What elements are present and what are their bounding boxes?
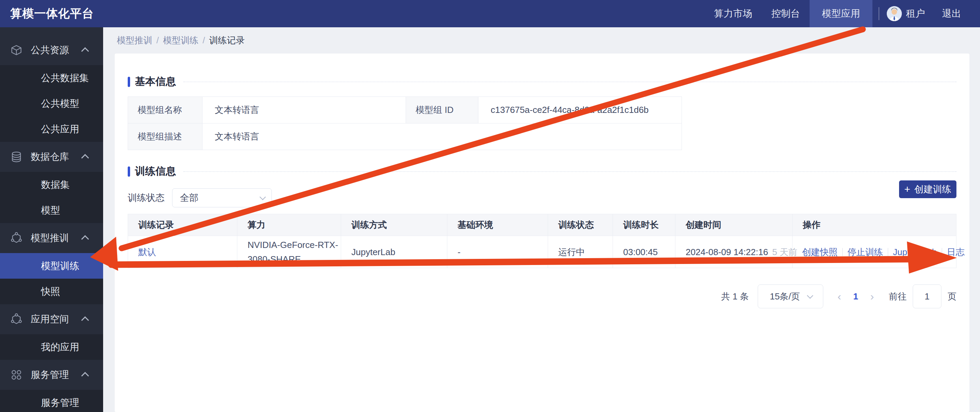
stop-training-link[interactable]: 停止训练: [848, 247, 883, 257]
section-rule: [183, 81, 956, 82]
page: 算模一体化平台 算力市场 控制台 模型应用 租户 退出: [0, 0, 980, 412]
training-status-select[interactable]: 全部: [172, 188, 272, 208]
sidebar-group-label: 数据仓库: [31, 151, 69, 163]
box-icon: [10, 44, 22, 56]
sidebar-group-public-resources[interactable]: 公共资源: [0, 35, 103, 65]
user-avatar-icon[interactable]: [887, 6, 902, 21]
submenu-data-warehouse: 数据集 模型: [0, 172, 103, 223]
section-title-text: 训练信息: [135, 165, 176, 178]
chevron-up-icon: [81, 48, 89, 55]
chevron-down-icon: [807, 292, 813, 298]
next-page-button[interactable]: ›: [864, 290, 881, 303]
table-row: 模型组描述 文本转语言: [128, 124, 682, 150]
total-count: 共 1 条: [721, 291, 749, 303]
chevron-up-icon: [81, 235, 89, 243]
plus-icon: +: [904, 184, 910, 194]
sidebar: 公共资源 公共数据集 公共模型 公共应用 数据仓库 数据集: [0, 27, 103, 412]
sidebar-item-snapshots[interactable]: 快照: [0, 279, 103, 304]
status-cell: 运行中: [548, 236, 613, 268]
breadcrumb-current: 训练记录: [209, 35, 245, 46]
sidebar-item-datasets[interactable]: 数据集: [0, 172, 103, 198]
sidebar-group-model-training[interactable]: 模型推训: [0, 223, 103, 253]
jupyterlab-link[interactable]: JupyterLab: [893, 247, 937, 257]
top-nav: 算力市场 控制台 模型应用 租户 退出: [705, 0, 980, 27]
table-header-row: 训练记录 算力 训练方式 基础环境 训练状态 训练时长 创建时间 操作: [128, 214, 956, 236]
logs-link[interactable]: 日志: [947, 247, 965, 257]
prev-page-button[interactable]: ‹: [831, 290, 848, 303]
sidebar-group-label: 模型推训: [31, 231, 69, 244]
sidebar-group-data-warehouse[interactable]: 数据仓库: [0, 142, 103, 172]
field-label: 模型组名称: [128, 97, 202, 124]
chevron-up-icon: [81, 372, 89, 380]
submenu-service-mgmt: 服务管理: [0, 390, 103, 412]
breadcrumb-separator: /: [202, 35, 205, 46]
create-snapshot-link[interactable]: 创建快照: [802, 247, 838, 257]
sidebar-item-public-models[interactable]: 公共模型: [0, 91, 103, 116]
top-bar: 算模一体化平台 算力市场 控制台 模型应用 租户 退出: [0, 0, 980, 27]
sidebar-item-public-apps[interactable]: 公共应用: [0, 116, 103, 142]
submenu-app-space: 我的应用: [0, 334, 103, 360]
divider: [942, 248, 942, 256]
current-page[interactable]: 1: [848, 291, 864, 302]
goto-label: 前往: [889, 291, 907, 303]
field-label: 模型组描述: [128, 124, 202, 150]
sidebar-group-app-space[interactable]: 应用空间: [0, 304, 103, 334]
create-training-button[interactable]: + 创建训练: [899, 181, 956, 198]
divider: [878, 7, 879, 20]
basic-info-table: 模型组名称 文本转语言 模型组 ID c137675a-ce2f-44ca-8d…: [128, 97, 682, 150]
model-group-name-value: 文本转语言: [202, 97, 406, 124]
submenu-model-training: 模型训练 快照: [0, 253, 103, 304]
breadcrumb-item[interactable]: 模型训练: [163, 35, 198, 46]
nav-compute-market[interactable]: 算力市场: [705, 0, 762, 27]
created-time: 2024-08-09 14:22:16: [686, 247, 768, 257]
page-size-value: 15条/页: [770, 291, 800, 303]
molecule-icon: [10, 313, 22, 325]
col-method: 训练方式: [341, 214, 447, 236]
section-rule: [183, 171, 956, 172]
method-cell: JupyterLab: [341, 236, 447, 268]
create-training-label: 创建训练: [915, 183, 951, 195]
logout-button[interactable]: 退出: [942, 7, 961, 20]
divider: [842, 248, 843, 256]
goto-page-input[interactable]: [913, 284, 942, 308]
content-area: 模型推训 / 模型训练 / 训练记录 基本信息 模型组名称 文本转语言: [103, 27, 980, 412]
created-ago: 5 天前: [772, 247, 797, 257]
table-row: 默认 NVIDIA-GeForce-RTX-3080-SHARE Jupyter…: [128, 236, 956, 268]
col-record: 训练记录: [128, 214, 237, 236]
page-unit-label: 页: [948, 291, 956, 303]
sidebar-group-service-mgmt[interactable]: 服务管理: [0, 360, 103, 390]
sidebar-group-label: 应用空间: [31, 313, 69, 326]
environment-cell: -: [447, 236, 548, 268]
sidebar-item-my-apps[interactable]: 我的应用: [0, 334, 103, 360]
actions-cell: 创建快照停止训练JupyterLab日志: [792, 236, 956, 268]
detail-card: 基本信息 模型组名称 文本转语言 模型组 ID c137675a-ce2f-44…: [115, 54, 969, 412]
nav-model-apps[interactable]: 模型应用: [810, 0, 872, 27]
sidebar-item-model-training[interactable]: 模型训练: [0, 253, 103, 279]
chevron-up-icon: [81, 154, 89, 162]
molecule-icon: [10, 232, 22, 244]
training-status-label: 训练状态: [128, 192, 165, 204]
record-link[interactable]: 默认: [138, 247, 156, 257]
selected-option: 全部: [180, 192, 198, 204]
breadcrumb-separator: /: [156, 35, 159, 46]
col-duration: 训练时长: [613, 214, 675, 236]
pagination: 共 1 条 15条/页 ‹ 1 › 前往 页: [128, 284, 956, 308]
sidebar-item-service-mgmt[interactable]: 服务管理: [0, 390, 103, 412]
model-group-id-value: c137675a-ce2f-44ca-8d2a-a2a2f1c1d6b: [478, 97, 682, 124]
section-bar: [128, 77, 130, 87]
section-title-text: 基本信息: [135, 75, 176, 89]
sidebar-item-public-datasets[interactable]: 公共数据集: [0, 65, 103, 91]
sidebar-item-models[interactable]: 模型: [0, 198, 103, 223]
sidebar-group-label: 服务管理: [31, 368, 69, 381]
col-environment: 基础环境: [447, 214, 548, 236]
tenant-label[interactable]: 租户: [906, 7, 925, 20]
field-label: 模型组 ID: [406, 97, 478, 124]
model-group-desc-value: 文本转语言: [202, 124, 682, 150]
sidebar-group-label: 公共资源: [31, 44, 69, 57]
breadcrumb-item[interactable]: 模型推训: [117, 35, 152, 46]
chevron-up-icon: [81, 317, 89, 324]
section-bar: [128, 166, 130, 177]
nav-console[interactable]: 控制台: [762, 0, 810, 27]
page-size-select[interactable]: 15条/页: [758, 284, 823, 308]
grid-icon: [10, 369, 22, 381]
